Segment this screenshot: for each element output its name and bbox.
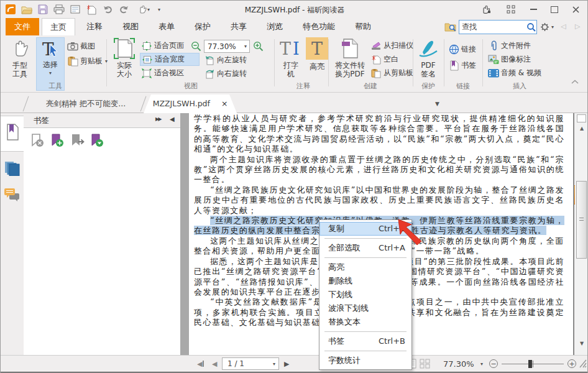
highlight-label: 高亮 [305, 62, 329, 71]
image-annotation-button[interactable]: 图像标注 [488, 53, 531, 66]
scanner-icon [370, 41, 382, 50]
tab-browse[interactable]: 浏览 [258, 18, 292, 35]
tab-share[interactable]: 共享 [222, 18, 255, 35]
blank-page-button[interactable]: 空白 [370, 53, 398, 66]
zoom-slider-tick [533, 361, 533, 367]
paragraph[interactable]: 学学科的从业人员与研究者，参考学术研究前沿与行业研究现状，提供精准细化的知识服务… [194, 114, 564, 155]
panel-splitter[interactable] [180, 113, 189, 355]
doc-tab-active[interactable]: MZZJLSWH.pdf × [144, 94, 237, 113]
search-options-gear-icon[interactable]: ▾ [540, 22, 554, 32]
search-in-folder-icon[interactable] [444, 22, 456, 34]
resize-grip[interactable] [579, 359, 587, 369]
next-bookmark-icon[interactable] [70, 133, 86, 151]
continuous-view-icon[interactable] [420, 356, 430, 372]
convert-to-pdf-button[interactable]: 将文件转换为PDF [332, 37, 368, 78]
from-scanner-button[interactable]: 从扫描仪 [370, 39, 413, 52]
context-menu-item[interactable]: 高亮 [319, 260, 411, 274]
vertical-scrollbar[interactable]: ▲ ▼ [575, 113, 588, 355]
scrollbar-thumb[interactable] [576, 181, 587, 259]
tab-list-caret[interactable]: ▼ [435, 101, 439, 107]
bookmark-options-icon[interactable] [90, 133, 104, 151]
select-tool-caret[interactable]: ▾ [37, 69, 64, 78]
zoom-out-status-icon[interactable]: − [489, 356, 498, 372]
delete-bookmark-icon[interactable] [30, 133, 45, 151]
doc-tab-inactive[interactable]: 亮剑精神 把不可能变... [29, 94, 142, 113]
doc-tab-close-icon[interactable]: × [221, 99, 227, 108]
zoom-in-status-icon[interactable]: + [567, 356, 576, 372]
tab-form[interactable]: 表单 [150, 18, 183, 35]
next-page-button[interactable]: ▶ [284, 356, 289, 372]
collapse-ribbon-icon[interactable] [571, 78, 579, 86]
file-attachment-button[interactable]: 文件附件 [488, 39, 531, 52]
fit-visible-button[interactable]: 适合视区 [141, 67, 184, 80]
comments-panel-icon[interactable] [1, 188, 24, 203]
image-annotation-icon [488, 55, 499, 65]
ribbon-home: 手型工具 T 选择 ▾ 截图 剪贴板 ▾ 工具 [1, 35, 588, 93]
page-number-box[interactable]: 1 / 1 ▾ [222, 357, 279, 370]
zoom-out-icon[interactable] [191, 41, 201, 53]
rotate-left-button[interactable]: 向左旋转 [204, 53, 247, 67]
link-button[interactable]: 链接 [448, 43, 476, 56]
status-bar: ◀ ◀ 1 / 1 ▾ ▶ 77.30% ▾ − + [1, 355, 588, 372]
bookmark-button[interactable]: 书签 [448, 59, 476, 72]
find-previous-icon[interactable]: ◁ [561, 22, 566, 30]
minimize-button[interactable] [525, 3, 541, 16]
scroll-down-icon[interactable]: ▼ [575, 341, 588, 346]
expand-panel-icon[interactable]: ▶▶ [155, 116, 160, 122]
context-menu-item[interactable]: 字数统计 [319, 354, 411, 367]
zoom-percentage-caret[interactable]: ▾ [480, 356, 483, 372]
zoom-slider-thumb[interactable] [528, 360, 532, 368]
title-bar: ▾ ▾ MZZJLSWH.pdf - 福昕阅读器 [1, 1, 588, 18]
svg-text:T: T [280, 39, 291, 58]
search-input[interactable] [459, 23, 526, 32]
highlight-button[interactable]: T 高亮 [305, 37, 329, 71]
scroll-up-icon[interactable]: ▲ [575, 126, 588, 131]
page-number-caret[interactable]: ▾ [273, 361, 278, 367]
search-box [459, 20, 537, 34]
tab-home[interactable]: 主页 [42, 18, 75, 35]
red-arrow-pointer [397, 218, 423, 247]
tab-file[interactable]: 文件 [6, 18, 39, 35]
context-menu-item[interactable]: 替换文本 [319, 315, 411, 329]
context-menu-item[interactable]: 删除线 [319, 274, 411, 288]
pdf-sign-button[interactable]: PDF签名 [415, 37, 441, 78]
rotate-right-button[interactable]: 向右旋转 [204, 67, 247, 80]
paragraph[interactable]: 两个主题知识库将资源收录的重点置于丝绸之路的历史传统之中，分别选取“民族”和“宗… [194, 155, 564, 185]
previous-page-button[interactable]: ◀ [212, 356, 217, 372]
restore-button[interactable] [546, 3, 563, 16]
search-icon[interactable] [526, 22, 536, 32]
zoom-combo[interactable]: 77.30% ▾ [204, 40, 250, 53]
context-menu-item[interactable]: 下划线 [319, 288, 411, 302]
clipboard-button[interactable]: 剪贴板 ▾ [67, 55, 108, 68]
fit-width-button[interactable]: 适合宽度 [140, 53, 200, 66]
layout-grid-icon[interactable] [503, 3, 519, 16]
snapshot-button[interactable]: 截图 [67, 40, 95, 53]
tab-help[interactable]: 帮助 [346, 18, 380, 35]
typewriter-button[interactable]: TI 打字机 [278, 37, 303, 78]
fit-page-button[interactable]: 适合页面 [141, 39, 184, 52]
paragraph[interactable]: “丝绸之路民族历史文化研究知识库”以中国和世界史的发展阶段为轴，整合了丝绸之路发… [194, 185, 564, 216]
find-next-icon[interactable]: ▷ [575, 22, 580, 30]
hand-tool-button[interactable]: 手型工具 [6, 37, 34, 78]
from-clipboard-button[interactable]: 从剪贴板 [370, 67, 413, 80]
bookmarks-panel-icon[interactable] [1, 124, 24, 140]
document-tab-bar: 亮剑精神 把不可能变... MZZJLSWH.pdf × ▼ PDF 译 PDF… [1, 93, 588, 113]
add-bookmark-icon[interactable] [50, 133, 65, 151]
tab-protect[interactable]: 保护 [186, 18, 219, 35]
close-button[interactable] [567, 3, 584, 16]
share-icon[interactable] [478, 3, 494, 16]
context-menu-item[interactable]: 波浪下划线 [319, 302, 411, 315]
first-page-button[interactable]: ◀ [197, 356, 204, 372]
audio-video-button[interactable]: 音频 & 视频 [488, 67, 541, 80]
tab-comment[interactable]: 注释 [78, 18, 111, 35]
actual-size-button[interactable]: 实际大小 [110, 37, 139, 78]
collapse-panel-icon[interactable]: ◀ [170, 116, 175, 122]
clipboard-caret[interactable]: ▾ [105, 58, 108, 64]
zoom-in-icon[interactable] [253, 41, 264, 53]
zoom-combo-caret[interactable]: ▾ [244, 44, 249, 49]
tab-special-features[interactable]: 特色功能 [294, 18, 344, 35]
pages-panel-icon[interactable] [1, 159, 24, 176]
context-menu-item[interactable]: 书签Ctrl+B [319, 334, 411, 348]
tab-view[interactable]: 视图 [114, 18, 147, 35]
split-view-handle[interactable] [577, 114, 586, 122]
